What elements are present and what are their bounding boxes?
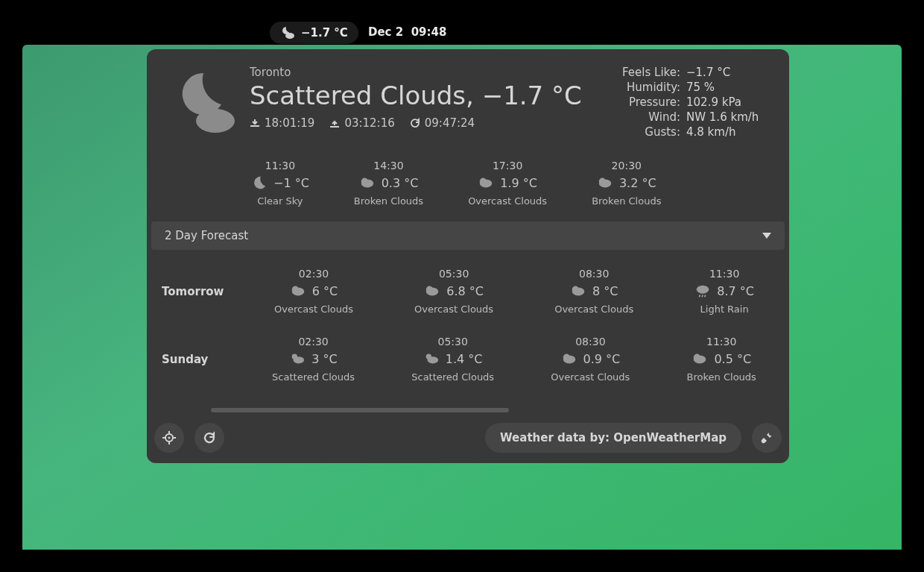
cloud-icon [570, 283, 586, 299]
forecast-slot: 02:30 6 °C Overcast Clouds [274, 268, 353, 315]
forecast-slot: 08:30 8 °C Overcast Clouds [554, 268, 633, 315]
slot-desc: Overcast Clouds [468, 195, 547, 207]
refresh-icon [410, 118, 420, 128]
forecast-slot: 14:30 0.3 °C Broken Clouds [354, 160, 423, 207]
slot-temp: 8 °C [592, 284, 618, 298]
weather-panel: Toronto Scattered Clouds, −1.7 °C 18:01:… [147, 49, 789, 463]
slot-temp: 1.9 °C [500, 176, 537, 190]
slot-time: 08:30 [575, 336, 605, 348]
refresh-button[interactable] [194, 423, 224, 453]
slot-time: 17:30 [493, 160, 522, 172]
forecast-slot: 17:30 1.9 °C Overcast Clouds [468, 160, 547, 207]
forecast-slot: 05:30 6.8 °C Overcast Clouds [414, 268, 493, 315]
cloud-icon [692, 351, 708, 367]
slot-temp: 0.3 °C [382, 176, 419, 190]
wind-value: NW 1.6 km/h [686, 110, 768, 124]
slot-temp: 6.8 °C [446, 284, 484, 298]
sunrise-time: 03:12:16 [329, 116, 394, 130]
moon-icon [251, 175, 268, 191]
slot-temp: −1 °C [273, 176, 309, 190]
forecast-slot: 08:30 0.9 °C Overcast Clouds [551, 336, 630, 383]
indicator-temp: −1.7 °C [301, 26, 348, 40]
slot-time: 11:30 [709, 268, 739, 280]
current-stats: Feels Like:−1.7 °C Humidity:75 % Pressur… [597, 66, 768, 140]
top-bar: −1.7 °C Dec 2 09:48 [0, 0, 924, 45]
svg-point-1 [196, 109, 235, 133]
locate-icon [162, 431, 176, 444]
slot-temp: 6 °C [312, 284, 338, 298]
svg-point-24 [168, 437, 171, 439]
svg-point-3 [361, 178, 367, 185]
slot-time: 02:30 [298, 336, 328, 348]
sunrise-icon [329, 118, 340, 128]
sunset-icon [250, 118, 260, 128]
svg-point-20 [563, 354, 569, 361]
forecast-slot: 11:30 0.5 °C Broken Clouds [687, 336, 756, 383]
slot-desc: Scattered Clouds [411, 371, 494, 383]
slot-desc: Clear Sky [257, 195, 303, 207]
svg-point-16 [294, 356, 305, 363]
slot-temp: 0.9 °C [583, 352, 621, 366]
settings-button[interactable] [752, 423, 782, 453]
locate-button[interactable] [154, 423, 184, 453]
svg-point-0 [285, 33, 294, 39]
tools-icon [760, 431, 773, 444]
cloud-icon [478, 175, 494, 191]
slot-desc: Broken Clouds [592, 195, 661, 207]
slot-desc: Light Rain [700, 304, 749, 315]
svg-point-11 [426, 286, 433, 293]
current-condition-icon [168, 66, 250, 140]
forecast-slot: 11:30 −1 °C Clear Sky [251, 160, 309, 207]
slot-desc: Overcast Clouds [551, 371, 630, 383]
pressure-value: 102.9 kPa [686, 95, 768, 109]
slot-desc: Overcast Clouds [414, 304, 493, 315]
slot-time: 02:30 [299, 268, 329, 280]
svg-point-5 [480, 178, 487, 185]
slot-temp: 3.2 °C [619, 176, 656, 190]
slot-temp: 1.4 °C [446, 352, 483, 366]
svg-point-22 [694, 354, 700, 361]
cloud-icon [359, 175, 376, 191]
forecast-day: Sunday [151, 353, 244, 366]
cloud-icon [290, 283, 306, 299]
data-credit[interactable]: Weather data by: OpenWeatherMap [485, 423, 741, 453]
weather-indicator[interactable]: −1.7 °C [270, 22, 358, 44]
clock[interactable]: Dec 2 09:48 [368, 25, 446, 39]
sunset-time: 18:01:19 [250, 116, 314, 130]
current-headline: Scattered Clouds, −1.7 °C [250, 81, 597, 110]
scattered-icon [289, 351, 306, 367]
forecast-slot: 11:30 8.7 °C Light Rain [694, 268, 754, 315]
updated-time: 09:47:24 [410, 116, 475, 130]
slot-time: 05:30 [439, 268, 469, 280]
svg-point-14 [697, 286, 709, 294]
forecast-slot: 20:30 3.2 °C Broken Clouds [592, 160, 661, 207]
slot-desc: Overcast Clouds [274, 304, 353, 315]
cloud-icon [424, 283, 440, 299]
scattered-icon [423, 351, 440, 367]
slot-desc: Broken Clouds [687, 371, 756, 383]
svg-point-13 [572, 286, 579, 293]
slot-time: 14:30 [373, 160, 403, 172]
svg-point-18 [427, 356, 438, 363]
forecast-row: Sunday 02:30 3 °C Scattered Clouds 05:30… [151, 325, 785, 393]
forecast-day: Tomorrow [151, 285, 244, 298]
slot-desc: Scattered Clouds [272, 371, 355, 383]
slot-temp: 8.7 °C [717, 284, 754, 298]
expand-icon [762, 233, 771, 239]
slot-desc: Broken Clouds [354, 195, 423, 207]
forecast-header[interactable]: 2 Day Forecast [151, 221, 785, 250]
cloud-icon [597, 175, 613, 191]
humidity-value: 75 % [686, 81, 768, 94]
cloud-icon [561, 351, 578, 367]
slot-time: 11:30 [265, 160, 295, 172]
forecast-slot: 02:30 3 °C Scattered Clouds [272, 336, 355, 383]
forecast-title: 2 Day Forecast [165, 229, 248, 242]
slot-time: 20:30 [612, 160, 642, 172]
feels-like-value: −1.7 °C [686, 66, 768, 79]
cloud-moon-icon [280, 26, 295, 40]
refresh-icon [203, 431, 216, 444]
hourly-forecast: 11:30 −1 °C Clear Sky 14:30 0.3 °C Broke… [147, 148, 789, 221]
rain-icon [694, 283, 711, 299]
slot-time: 11:30 [706, 336, 736, 348]
svg-point-9 [292, 286, 299, 293]
